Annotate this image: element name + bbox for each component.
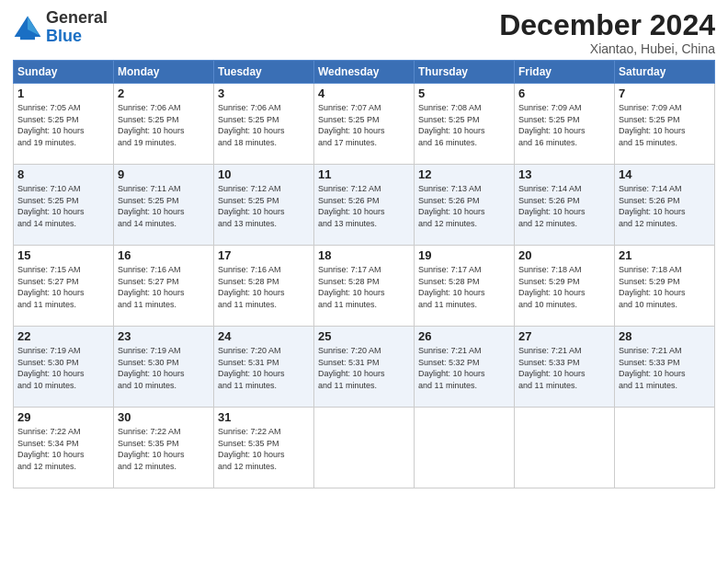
day-number: 21	[619, 248, 711, 262]
calendar-cell	[515, 408, 615, 488]
day-number: 28	[619, 329, 711, 343]
calendar-cell: 7Sunrise: 7:09 AM Sunset: 5:25 PM Daylig…	[615, 84, 715, 165]
calendar-cell: 11Sunrise: 7:12 AM Sunset: 5:26 PM Dayli…	[314, 165, 415, 246]
calendar-cell: 14Sunrise: 7:14 AM Sunset: 5:26 PM Dayli…	[615, 165, 715, 246]
calendar-cell: 3Sunrise: 7:06 AM Sunset: 5:25 PM Daylig…	[214, 84, 314, 165]
calendar-cell: 13Sunrise: 7:14 AM Sunset: 5:26 PM Dayli…	[515, 165, 615, 246]
col-sunday: Sunday	[14, 61, 114, 84]
calendar-cell: 10Sunrise: 7:12 AM Sunset: 5:25 PM Dayli…	[214, 165, 314, 246]
logo-general: General	[46, 8, 108, 27]
subtitle: Xiantao, Hubei, China	[499, 41, 715, 56]
day-info: Sunrise: 7:22 AM Sunset: 5:35 PM Dayligh…	[118, 426, 210, 472]
day-number: 2	[118, 86, 210, 100]
day-info: Sunrise: 7:12 AM Sunset: 5:25 PM Dayligh…	[218, 183, 310, 229]
day-info: Sunrise: 7:12 AM Sunset: 5:26 PM Dayligh…	[318, 183, 410, 229]
day-number: 20	[518, 248, 610, 262]
day-number: 8	[17, 167, 109, 181]
calendar-cell: 2Sunrise: 7:06 AM Sunset: 5:25 PM Daylig…	[114, 84, 214, 165]
calendar-cell: 20Sunrise: 7:18 AM Sunset: 5:29 PM Dayli…	[515, 246, 615, 327]
calendar-cell: 12Sunrise: 7:13 AM Sunset: 5:26 PM Dayli…	[415, 165, 515, 246]
day-info: Sunrise: 7:22 AM Sunset: 5:34 PM Dayligh…	[17, 426, 109, 472]
col-tuesday: Tuesday	[214, 61, 314, 84]
col-saturday: Saturday	[615, 61, 715, 84]
calendar-cell: 31Sunrise: 7:22 AM Sunset: 5:35 PM Dayli…	[214, 408, 314, 488]
day-info: Sunrise: 7:17 AM Sunset: 5:28 PM Dayligh…	[418, 264, 510, 310]
day-info: Sunrise: 7:21 AM Sunset: 5:33 PM Dayligh…	[518, 345, 610, 391]
calendar-cell: 15Sunrise: 7:15 AM Sunset: 5:27 PM Dayli…	[14, 246, 114, 327]
logo: General Blue	[13, 9, 108, 46]
day-info: Sunrise: 7:18 AM Sunset: 5:29 PM Dayligh…	[518, 264, 610, 310]
calendar-cell: 8Sunrise: 7:10 AM Sunset: 5:25 PM Daylig…	[14, 165, 114, 246]
day-info: Sunrise: 7:14 AM Sunset: 5:26 PM Dayligh…	[518, 183, 610, 229]
calendar-cell: 6Sunrise: 7:09 AM Sunset: 5:25 PM Daylig…	[515, 84, 615, 165]
day-info: Sunrise: 7:18 AM Sunset: 5:29 PM Dayligh…	[619, 264, 711, 310]
calendar-cell: 16Sunrise: 7:16 AM Sunset: 5:27 PM Dayli…	[114, 246, 214, 327]
calendar-cell: 28Sunrise: 7:21 AM Sunset: 5:33 PM Dayli…	[615, 327, 715, 408]
calendar-cell: 1Sunrise: 7:05 AM Sunset: 5:25 PM Daylig…	[14, 84, 114, 165]
calendar-week-5: 29Sunrise: 7:22 AM Sunset: 5:34 PM Dayli…	[14, 408, 715, 488]
calendar-cell: 23Sunrise: 7:19 AM Sunset: 5:30 PM Dayli…	[114, 327, 214, 408]
calendar-cell	[314, 408, 415, 488]
calendar-cell: 18Sunrise: 7:17 AM Sunset: 5:28 PM Dayli…	[314, 246, 415, 327]
day-info: Sunrise: 7:21 AM Sunset: 5:33 PM Dayligh…	[619, 345, 711, 391]
day-number: 22	[17, 329, 109, 343]
calendar-cell	[615, 408, 715, 488]
calendar-cell: 21Sunrise: 7:18 AM Sunset: 5:29 PM Dayli…	[615, 246, 715, 327]
logo-icon	[13, 15, 42, 40]
day-info: Sunrise: 7:14 AM Sunset: 5:26 PM Dayligh…	[619, 183, 711, 229]
logo-blue: Blue	[46, 27, 82, 45]
day-number: 14	[619, 167, 711, 181]
calendar-cell: 29Sunrise: 7:22 AM Sunset: 5:34 PM Dayli…	[14, 408, 114, 488]
day-number: 4	[318, 86, 410, 100]
day-info: Sunrise: 7:15 AM Sunset: 5:27 PM Dayligh…	[17, 264, 109, 310]
day-number: 11	[318, 167, 410, 181]
col-wednesday: Wednesday	[314, 61, 415, 84]
day-info: Sunrise: 7:17 AM Sunset: 5:28 PM Dayligh…	[318, 264, 410, 310]
calendar-cell: 19Sunrise: 7:17 AM Sunset: 5:28 PM Dayli…	[415, 246, 515, 327]
day-number: 12	[418, 167, 510, 181]
calendar-cell: 27Sunrise: 7:21 AM Sunset: 5:33 PM Dayli…	[515, 327, 615, 408]
day-number: 24	[218, 329, 310, 343]
logo-text: General Blue	[46, 9, 108, 46]
day-number: 23	[118, 329, 210, 343]
day-info: Sunrise: 7:19 AM Sunset: 5:30 PM Dayligh…	[118, 345, 210, 391]
day-info: Sunrise: 7:21 AM Sunset: 5:32 PM Dayligh…	[418, 345, 510, 391]
day-number: 25	[318, 329, 410, 343]
calendar-week-4: 22Sunrise: 7:19 AM Sunset: 5:30 PM Dayli…	[14, 327, 715, 408]
day-number: 10	[218, 167, 310, 181]
calendar-cell: 26Sunrise: 7:21 AM Sunset: 5:32 PM Dayli…	[415, 327, 515, 408]
day-info: Sunrise: 7:20 AM Sunset: 5:31 PM Dayligh…	[218, 345, 310, 391]
col-monday: Monday	[114, 61, 214, 84]
day-info: Sunrise: 7:08 AM Sunset: 5:25 PM Dayligh…	[418, 102, 510, 148]
col-thursday: Thursday	[415, 61, 515, 84]
day-info: Sunrise: 7:11 AM Sunset: 5:25 PM Dayligh…	[118, 183, 210, 229]
day-number: 18	[318, 248, 410, 262]
day-info: Sunrise: 7:16 AM Sunset: 5:28 PM Dayligh…	[218, 264, 310, 310]
calendar-cell: 5Sunrise: 7:08 AM Sunset: 5:25 PM Daylig…	[415, 84, 515, 165]
svg-rect-2	[20, 37, 35, 40]
calendar-week-3: 15Sunrise: 7:15 AM Sunset: 5:27 PM Dayli…	[14, 246, 715, 327]
day-number: 5	[418, 86, 510, 100]
day-info: Sunrise: 7:20 AM Sunset: 5:31 PM Dayligh…	[318, 345, 410, 391]
calendar-week-1: 1Sunrise: 7:05 AM Sunset: 5:25 PM Daylig…	[14, 84, 715, 165]
day-info: Sunrise: 7:06 AM Sunset: 5:25 PM Dayligh…	[118, 102, 210, 148]
calendar-cell: 24Sunrise: 7:20 AM Sunset: 5:31 PM Dayli…	[214, 327, 314, 408]
day-number: 29	[17, 410, 109, 424]
calendar-cell: 9Sunrise: 7:11 AM Sunset: 5:25 PM Daylig…	[114, 165, 214, 246]
day-number: 26	[418, 329, 510, 343]
calendar-cell: 4Sunrise: 7:07 AM Sunset: 5:25 PM Daylig…	[314, 84, 415, 165]
day-number: 1	[17, 86, 109, 100]
day-info: Sunrise: 7:22 AM Sunset: 5:35 PM Dayligh…	[218, 426, 310, 472]
calendar-cell: 25Sunrise: 7:20 AM Sunset: 5:31 PM Dayli…	[314, 327, 415, 408]
day-info: Sunrise: 7:19 AM Sunset: 5:30 PM Dayligh…	[17, 345, 109, 391]
day-info: Sunrise: 7:09 AM Sunset: 5:25 PM Dayligh…	[619, 102, 711, 148]
calendar-cell: 22Sunrise: 7:19 AM Sunset: 5:30 PM Dayli…	[14, 327, 114, 408]
header-row: Sunday Monday Tuesday Wednesday Thursday…	[14, 61, 715, 84]
day-info: Sunrise: 7:09 AM Sunset: 5:25 PM Dayligh…	[518, 102, 610, 148]
day-info: Sunrise: 7:06 AM Sunset: 5:25 PM Dayligh…	[218, 102, 310, 148]
title-area: December 2024 Xiantao, Hubei, China	[499, 9, 715, 56]
day-info: Sunrise: 7:05 AM Sunset: 5:25 PM Dayligh…	[17, 102, 109, 148]
calendar-week-2: 8Sunrise: 7:10 AM Sunset: 5:25 PM Daylig…	[14, 165, 715, 246]
day-number: 16	[118, 248, 210, 262]
day-number: 27	[518, 329, 610, 343]
